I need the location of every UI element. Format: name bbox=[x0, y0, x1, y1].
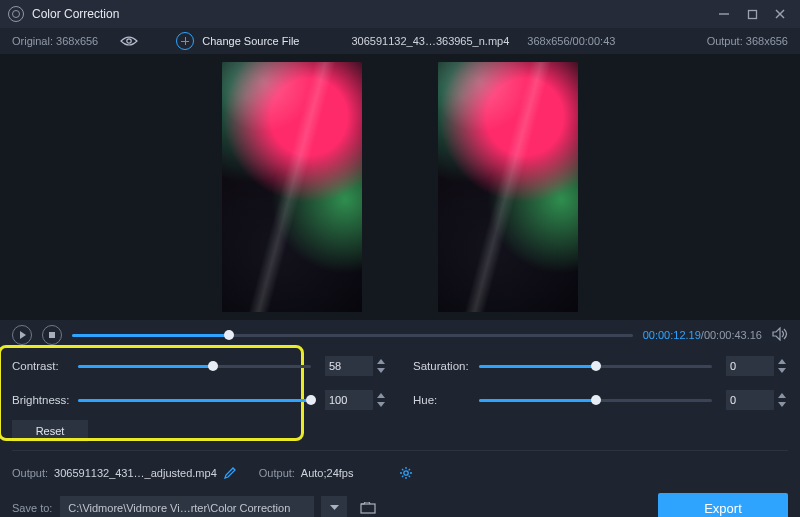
save-path-field[interactable]: C:\Vidmore\Vidmore Vi…rter\Color Correct… bbox=[60, 496, 314, 517]
preview-toggle-icon[interactable] bbox=[118, 34, 140, 48]
brightness-label: Brightness: bbox=[12, 394, 78, 406]
saturation-stepper[interactable] bbox=[776, 357, 788, 375]
contrast-stepper[interactable] bbox=[375, 357, 387, 375]
brightness-stepper[interactable] bbox=[375, 391, 387, 409]
output-format-value: Auto;24fps bbox=[301, 467, 354, 479]
open-folder-button[interactable] bbox=[355, 496, 381, 517]
hue-stepper[interactable] bbox=[776, 391, 788, 409]
output-settings-icon[interactable] bbox=[399, 466, 413, 480]
source-filename: 306591132_43…363965_n.mp4 bbox=[351, 35, 509, 47]
timecode: 00:00:12.19/00:00:43.16 bbox=[643, 329, 762, 341]
contrast-row: Contrast: 58 bbox=[12, 356, 387, 376]
hue-slider[interactable] bbox=[479, 391, 712, 409]
saturation-slider[interactable] bbox=[479, 357, 712, 375]
close-button[interactable] bbox=[766, 2, 794, 26]
change-source-button[interactable]: Change Source File bbox=[176, 32, 299, 50]
save-to-label: Save to: bbox=[12, 502, 52, 514]
svg-point-5 bbox=[404, 471, 408, 475]
contrast-label: Contrast: bbox=[12, 360, 78, 372]
svg-rect-1 bbox=[748, 10, 756, 18]
playback-bar: 00:00:12.19/00:00:43.16 bbox=[0, 320, 800, 350]
original-label: Original: bbox=[12, 35, 53, 47]
saturation-label: Saturation: bbox=[413, 360, 479, 372]
original-dimensions: 368x656 bbox=[56, 35, 98, 47]
titlebar: Color Correction bbox=[0, 0, 800, 28]
output-row: Output: 306591132_431…_adjusted.mp4 Outp… bbox=[0, 461, 800, 485]
maximize-button[interactable] bbox=[738, 2, 766, 26]
brightness-slider[interactable] bbox=[78, 391, 311, 409]
adjustment-panel: Contrast: 58 Saturation: 0 Brightnes bbox=[0, 350, 800, 461]
app-logo-icon bbox=[8, 6, 24, 22]
source-meta: 368x656/00:00:43 bbox=[527, 35, 615, 47]
svg-rect-6 bbox=[361, 504, 375, 513]
reset-button[interactable]: Reset bbox=[12, 420, 88, 442]
volume-icon[interactable] bbox=[772, 327, 788, 343]
contrast-value[interactable]: 58 bbox=[325, 356, 373, 376]
rename-output-icon[interactable] bbox=[223, 466, 237, 480]
change-source-label: Change Source File bbox=[202, 35, 299, 47]
saturation-value[interactable]: 0 bbox=[726, 356, 774, 376]
divider bbox=[12, 450, 788, 451]
play-icon bbox=[20, 331, 26, 339]
minimize-button[interactable] bbox=[710, 2, 738, 26]
output-preview bbox=[438, 62, 578, 312]
export-button[interactable]: Export bbox=[658, 493, 788, 517]
plus-circle-icon bbox=[176, 32, 194, 50]
source-bar: Original: 368x656 Change Source File 306… bbox=[0, 28, 800, 54]
output-file-label: Output: bbox=[12, 467, 48, 479]
stop-icon bbox=[49, 332, 55, 338]
output-file-name: 306591132_431…_adjusted.mp4 bbox=[54, 467, 217, 479]
saturation-row: Saturation: 0 bbox=[413, 356, 788, 376]
output-format-label: Output: bbox=[259, 467, 295, 479]
brightness-value[interactable]: 100 bbox=[325, 390, 373, 410]
output-dimensions: Output: 368x656 bbox=[707, 35, 788, 47]
play-button[interactable] bbox=[12, 325, 32, 345]
original-preview bbox=[222, 62, 362, 312]
save-path-dropdown[interactable] bbox=[321, 496, 347, 517]
brightness-row: Brightness: 100 bbox=[12, 390, 387, 410]
save-row: Save to: C:\Vidmore\Vidmore Vi…rter\Colo… bbox=[0, 485, 800, 517]
window-title: Color Correction bbox=[32, 7, 119, 21]
hue-label: Hue: bbox=[413, 394, 479, 406]
hue-row: Hue: 0 bbox=[413, 390, 788, 410]
seek-slider[interactable] bbox=[72, 325, 633, 345]
preview-area bbox=[0, 54, 800, 320]
svg-point-4 bbox=[127, 39, 131, 43]
hue-value[interactable]: 0 bbox=[726, 390, 774, 410]
time-total: 00:00:43.16 bbox=[704, 329, 762, 341]
time-current: 00:00:12.19 bbox=[643, 329, 701, 341]
stop-button[interactable] bbox=[42, 325, 62, 345]
contrast-slider[interactable] bbox=[78, 357, 311, 375]
